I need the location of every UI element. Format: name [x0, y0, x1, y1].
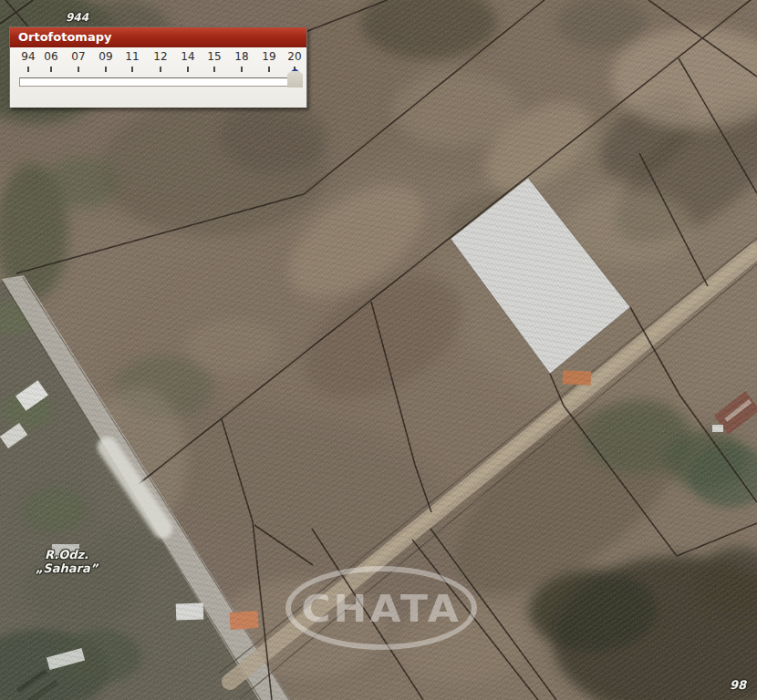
ortofotomapy-panel: Ortofotomapy 9406070911121415181920	[9, 26, 307, 108]
year-label-11: 11	[125, 50, 139, 63]
slider-thumb[interactable]	[287, 68, 303, 88]
year-label-18: 18	[234, 50, 248, 63]
watermark-text: CHATA	[301, 587, 461, 630]
map-label-sahara-line1: R.Odz.	[13, 548, 120, 561]
gray-marker[interactable]	[176, 602, 204, 620]
panel-title: Ortofotomapy	[18, 30, 111, 44]
year-tick	[105, 67, 107, 72]
slider-track[interactable]	[19, 77, 302, 87]
year-label-07: 07	[71, 50, 85, 63]
year-tick	[78, 67, 79, 72]
map-label-sahara: R.Odz. „Sahara”	[13, 548, 120, 575]
year-label-12: 12	[153, 50, 167, 63]
year-label-94: 94	[21, 50, 35, 63]
year-label-09: 09	[99, 50, 112, 63]
orange-marker-track[interactable]	[563, 370, 592, 386]
orange-marker-road[interactable]	[229, 611, 258, 630]
map-label-944: 944	[66, 11, 88, 25]
year-tick	[27, 67, 29, 72]
year-label-19: 19	[262, 50, 275, 63]
chata-watermark: CHATA	[285, 566, 477, 650]
year-tick	[268, 67, 270, 72]
map-viewport[interactable]: CHATA 944 R.Odz. „Sahara” 98 Ortofotomap…	[0, 0, 757, 700]
year-tick	[50, 67, 52, 72]
year-tick	[213, 67, 215, 72]
year-label-20: 20	[287, 50, 301, 63]
year-tick	[160, 67, 161, 72]
year-tick	[187, 67, 189, 72]
panel-title-bar[interactable]: Ortofotomapy	[10, 27, 306, 47]
year-tick	[131, 67, 133, 72]
map-label-98: 98	[730, 678, 746, 692]
year-label-14: 14	[181, 50, 194, 63]
year-tick	[241, 67, 243, 72]
year-label-06: 06	[44, 50, 57, 63]
map-label-sahara-line2: „Sahara”	[13, 561, 120, 575]
year-slider[interactable]: 9406070911121415181920	[10, 47, 306, 108]
year-label-15: 15	[207, 50, 221, 63]
